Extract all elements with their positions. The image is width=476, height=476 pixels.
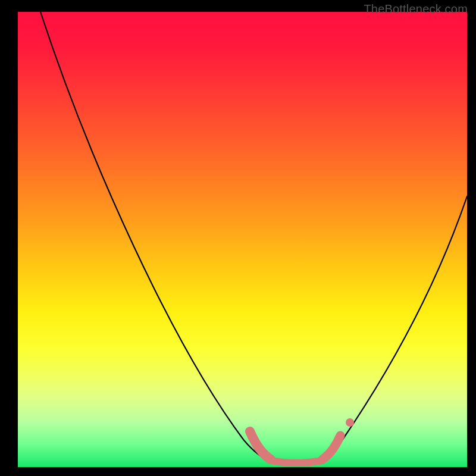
bottleneck-curve [40, 12, 467, 465]
threshold-band-bottom [271, 461, 322, 463]
threshold-band-right [322, 436, 340, 459]
watermark-text: TheBottleneck.com [364, 2, 468, 16]
plot-area [18, 12, 467, 467]
chart-frame: TheBottleneck.com [0, 0, 476, 476]
threshold-dot [346, 418, 354, 427]
threshold-band-left [250, 431, 271, 459]
bottleneck-chart-svg [18, 12, 467, 467]
